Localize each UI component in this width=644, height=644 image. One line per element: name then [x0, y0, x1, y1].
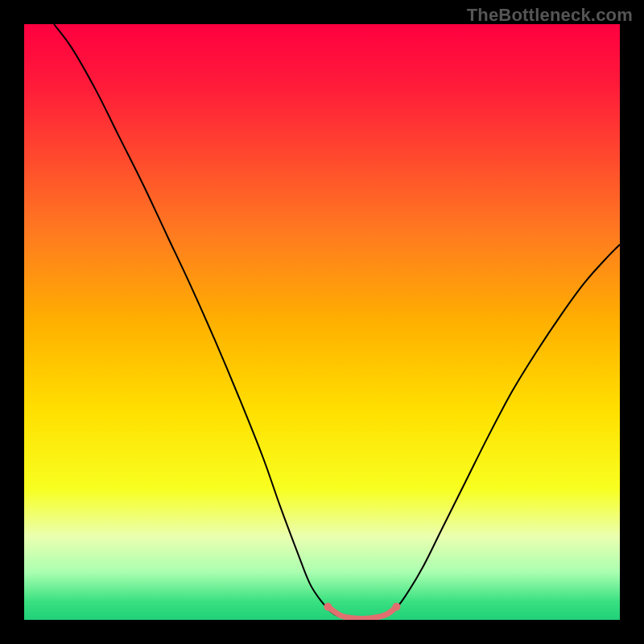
- series-highlight-endpoint-0: [324, 603, 332, 611]
- bottleneck-chart: [0, 0, 644, 644]
- gradient-background: [24, 24, 620, 620]
- chart-container: TheBottleneck.com: [0, 0, 644, 644]
- series-highlight-endpoint-1: [393, 603, 401, 611]
- watermark-text: TheBottleneck.com: [467, 5, 633, 26]
